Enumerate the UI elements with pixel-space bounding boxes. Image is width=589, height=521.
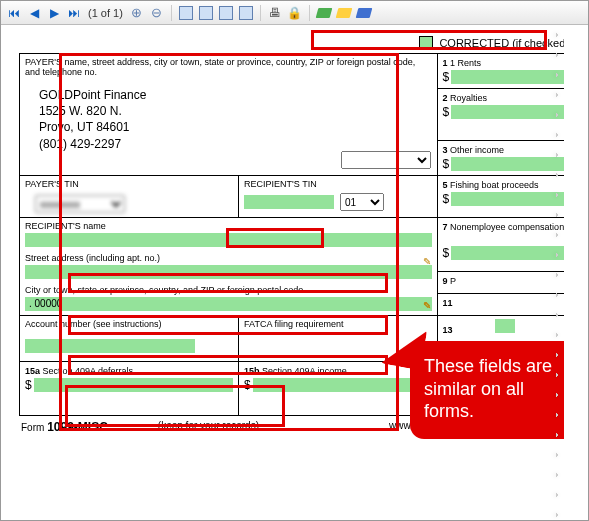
city-field[interactable]: . 00000 [25,297,432,311]
tag-blue-button[interactable] [355,4,373,22]
torn-edge [564,25,589,520]
acct-field[interactable] [25,339,195,353]
recip-name-label: RECIPIENT'S name [25,221,432,231]
box1-label: 1 1 Rents [443,58,482,68]
next-page-button[interactable]: ▶ [45,4,63,22]
print-icon: 🖶 [269,6,281,20]
tag-green-button[interactable] [315,4,333,22]
tag-yellow-icon [336,8,353,18]
lock-icon: 🔒 [287,6,302,20]
lock-button[interactable]: 🔒 [286,4,304,22]
recip-tin-type-select[interactable]: 01 [340,193,384,211]
next-icon: ▶ [50,6,59,20]
box3-label: 3 Other income [443,145,505,155]
separator [171,5,172,21]
recip-tin-label: RECIPIENT'S TIN [244,179,431,189]
recip-name-field[interactable] [25,233,432,247]
view-mode-4[interactable] [237,4,255,22]
tag-blue-icon [356,8,373,18]
payer-addr2: Provo, UT 84601 [39,119,432,135]
box15a-field[interactable] [34,378,233,392]
box5-label: 5 Fishing boat proceeds [443,180,539,190]
recip-tin-field[interactable] [244,195,334,209]
street-label: Street address (including apt. no.) [25,253,432,263]
view3-icon [219,6,233,20]
separator [309,5,310,21]
annotation-callout: These fields are similar on all forms. [410,341,580,439]
zoom-out-icon: ⊖ [151,5,162,20]
page-indicator: (1 of 1) [85,7,126,19]
city-label: City or town, state or province, country… [25,285,432,295]
zoom-in-button[interactable]: ⊕ [128,4,146,22]
first-page-button[interactable]: ⏮ [5,4,23,22]
view4-icon [239,6,253,20]
dollar-sign: $ [443,70,450,84]
box15b-field[interactable] [253,378,432,392]
box2-label: 2 Royalties [443,93,488,103]
tag-yellow-button[interactable] [335,4,353,22]
separator [260,5,261,21]
acct-label: Account number (see instructions) [25,319,233,329]
box7-label: 7 Nonemployee compensation [443,222,565,232]
zoom-in-icon: ⊕ [131,5,142,20]
last-page-button[interactable]: ⏭ [65,4,83,22]
corrected-label: CORRECTED (if checked) [439,37,569,49]
first-icon: ⏮ [8,6,20,20]
payer-phone: (801) 429-2297 [39,136,432,152]
box13-field[interactable] [495,319,515,333]
box11-label: 11 [443,298,453,308]
payer-heading: PAYER'S name, street address, city or to… [25,57,432,77]
box15a-label: 15a Section 409A deferrals [25,366,133,376]
last-icon: ⏭ [68,6,80,20]
prev-icon: ◀ [30,6,39,20]
tag-green-icon [316,8,333,18]
payer-select[interactable] [341,151,431,169]
view-mode-1[interactable] [177,4,195,22]
view-mode-2[interactable] [197,4,215,22]
view2-icon [199,6,213,20]
corrected-checkbox[interactable] [419,36,433,50]
box13-label: 13 [443,325,453,335]
box15b-label: 15b Section 409A income [244,366,347,376]
print-button[interactable]: 🖶 [266,4,284,22]
view-mode-3[interactable] [217,4,235,22]
document-area: CORRECTED (if checked) PAYER'S name, str… [1,25,588,520]
payer-tin-select[interactable]: xxxxxxxx [35,195,125,213]
payer-addr1: 1525 W. 820 N. [39,103,432,119]
payer-tin-label: PAYER'S TIN [25,179,233,189]
street-field[interactable] [25,265,432,279]
zoom-out-button[interactable]: ⊖ [148,4,166,22]
viewer-toolbar: ⏮ ◀ ▶ ⏭ (1 of 1) ⊕ ⊖ 🖶 🔒 [1,1,588,25]
view1-icon [179,6,193,20]
prev-page-button[interactable]: ◀ [25,4,43,22]
payer-name: GOLDPoint Finance [39,87,432,103]
box9-label: 9 P [443,276,457,286]
